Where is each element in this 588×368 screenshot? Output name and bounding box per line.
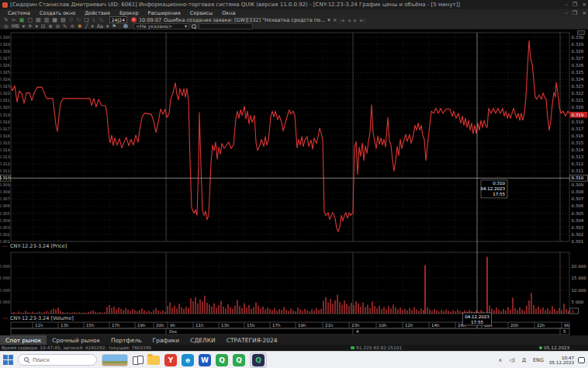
message-nav-icon-3[interactable]: ▶| [360, 18, 365, 23]
svg-text:0.312: 0.312 [0, 161, 10, 166]
svg-text:0.301: 0.301 [572, 239, 584, 244]
message-icon[interactable]: ❏ [84, 17, 88, 23]
taskbar-clock[interactable]: 10:47 05.12.2023 [549, 356, 574, 365]
svg-text:0: 0 [572, 309, 574, 314]
svg-text:0.315: 0.315 [572, 141, 584, 145]
zoom-out-icon[interactable]: ⊖ [56, 23, 60, 30]
task-view-icon[interactable] [133, 356, 143, 364]
percent-icon[interactable]: % [99, 17, 104, 23]
volume-icon[interactable]: ◁) [507, 357, 517, 363]
svg-text:0.308: 0.308 [0, 189, 10, 194]
interval-label[interactable]: MB [12, 23, 19, 30]
tray-chevron-icon[interactable]: ∧ [497, 357, 504, 363]
word-icon[interactable]: W [199, 354, 211, 366]
settings-icon[interactable]: ❋ [71, 23, 74, 30]
taskbar-search-icon [24, 357, 29, 363]
tab-срочный-рынок[interactable]: Срочный рынок [47, 335, 105, 345]
menu-расширения[interactable]: Расширения [144, 10, 185, 16]
menu-окна[interactable]: Окна [217, 10, 240, 16]
svg-text:5: 5 [563, 329, 566, 334]
explorer-icon[interactable] [147, 356, 160, 365]
redo-icon[interactable]: ↻ [76, 17, 81, 23]
svg-text:9h: 9h [564, 323, 569, 328]
price-volume-chart[interactable]: 0.3300.3300.3290.3290.3280.3280.3270.327… [0, 30, 588, 335]
svg-text:12h: 12h [405, 323, 413, 328]
money-icon[interactable]: $ [92, 17, 95, 23]
svg-text:22h: 22h [537, 323, 545, 328]
close-icon[interactable]: × [582, 2, 586, 8]
flag-icon[interactable]: ⚑ [112, 23, 116, 30]
tab-сделки[interactable]: СДЕЛКИ [185, 335, 220, 345]
menu-система[interactable]: Система [3, 10, 35, 16]
connection-status: 91.223.83.92:15101 [351, 345, 402, 350]
message-nav-icon-1[interactable]: ◀ [348, 18, 351, 23]
notifications-icon[interactable] [578, 357, 585, 363]
portfolio-window-icon[interactable]: ▧ [61, 17, 66, 23]
svg-text:0.304: 0.304 [0, 218, 10, 223]
text-dropdown-icon[interactable]: ▾ [106, 23, 109, 30]
svg-text:0.314: 0.314 [0, 148, 10, 152]
quik-icon-2[interactable]: Q [233, 354, 245, 366]
draw-icon[interactable]: ✎ [63, 23, 67, 30]
trades-window-icon[interactable]: ▦ [52, 17, 57, 23]
menu-сервисы[interactable]: Сервисы [185, 10, 217, 16]
tab-стратегия-2024[interactable]: СТРАТЕГИЯ-2024 [221, 335, 283, 345]
chart-window-icon[interactable]: ▤ [36, 17, 41, 23]
line-dropdown-icon[interactable]: ▾ [91, 23, 93, 30]
edge-icon[interactable]: e [182, 354, 194, 366]
key-icon[interactable]: ✂ [12, 17, 16, 23]
menu-bar: СистемаСоздать окноДействияБрокерРасшире… [0, 9, 588, 16]
menu-действия[interactable]: Действия [80, 10, 115, 16]
line-tool-icon[interactable]: ╱ [85, 23, 88, 30]
chart-cursor-icon[interactable]: ◎ [4, 23, 9, 30]
client-combo[interactable]: <Не указано> ▾ [133, 23, 189, 30]
instrument-search-input[interactable] [199, 23, 253, 30]
pan-hand-icon[interactable]: ✱ [78, 23, 81, 30]
message-nav-icon-0[interactable]: |◀ [340, 18, 344, 23]
interval-dropdown-icon[interactable]: ▾ [22, 23, 25, 30]
quik-icon-active[interactable]: Q [252, 354, 265, 366]
svg-text:0.302: 0.302 [0, 232, 10, 237]
zoom-in-icon[interactable]: ⊕ [48, 23, 52, 30]
weather-widget[interactable] [102, 354, 128, 366]
language-indicator[interactable]: ENG [531, 357, 545, 363]
error-close-icon[interactable]: × [333, 17, 337, 23]
tab-спот-рынок[interactable]: Спот рынок [0, 335, 47, 345]
start-button[interactable] [3, 355, 13, 365]
message-nav-icon-2[interactable]: ▶ [354, 18, 357, 23]
menu-создать-окно[interactable]: Создать окно [35, 10, 80, 16]
add-dropdown-icon[interactable]: ▾ [35, 23, 37, 30]
add-indicator-icon[interactable]: ✛ [28, 23, 32, 30]
fit-scale-icon[interactable]: ⊡ [41, 23, 45, 30]
svg-text:0.327: 0.327 [572, 56, 584, 61]
text-tool-icon[interactable]: Aa [97, 23, 103, 30]
svg-text:0.309: 0.309 [0, 182, 10, 187]
table-window-icon[interactable]: ▢ [27, 17, 33, 23]
desktop: [Сидорин Станислав Дмитриевич UID: 6061]… [0, 0, 588, 368]
menu-брокер[interactable]: Брокер [115, 10, 144, 16]
child-minimize-icon[interactable]: – [565, 10, 568, 16]
undo-icon[interactable]: ↺ [69, 17, 74, 23]
svg-text:0.305: 0.305 [572, 211, 584, 216]
svg-text:Dec: Dec [169, 329, 178, 334]
taskbar-search[interactable]: Поиск [18, 354, 97, 366]
online-dot-icon [539, 346, 542, 349]
edit-icon[interactable]: ✎ [4, 17, 9, 23]
svg-text:15h: 15h [86, 323, 95, 328]
chart-corner-button[interactable] [577, 30, 585, 35]
orders-window-icon[interactable]: ▥ [44, 17, 50, 23]
error-dropdown-icon[interactable]: ▾ [327, 17, 330, 23]
network-icon[interactable]: Д [521, 357, 527, 363]
svg-text:15 000: 15 000 [0, 276, 10, 280]
active-app-highlight[interactable]: Q [250, 352, 267, 368]
svg-text:0.324: 0.324 [572, 77, 584, 82]
restore-icon[interactable]: ❐ [572, 2, 577, 8]
child-restore-icon[interactable]: ❐ [572, 10, 577, 16]
child-close-icon[interactable]: × [582, 10, 586, 16]
quik-icon-1[interactable]: Q [216, 354, 228, 366]
quote-window-icon[interactable]: ▣ [19, 17, 25, 23]
minimize-icon[interactable]: – [565, 2, 568, 8]
tab-портфель[interactable]: Портфель [105, 335, 147, 345]
tab-графики[interactable]: Графики [147, 335, 185, 345]
yandex-browser-icon[interactable]: Y [164, 354, 177, 366]
